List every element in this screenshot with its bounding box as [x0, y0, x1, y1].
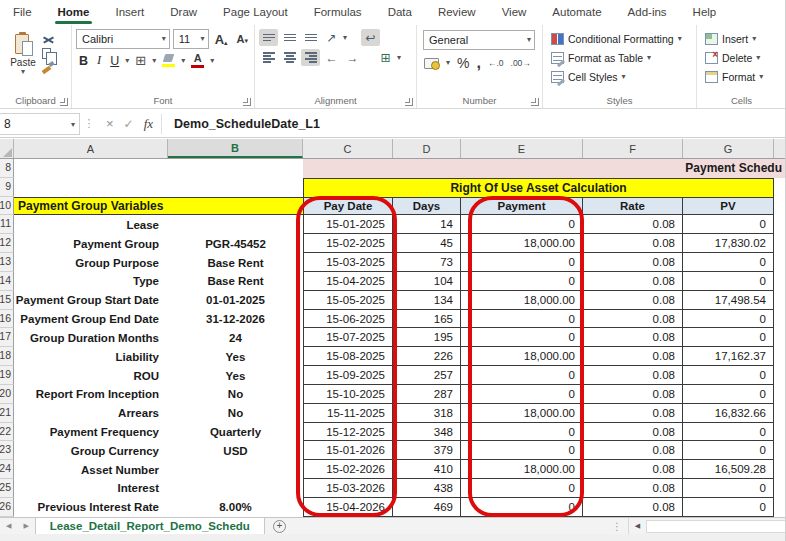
accounting-dropdown-icon[interactable]: ▾ — [446, 59, 450, 67]
ribbon-tab-page-layout[interactable]: Page Layout — [210, 1, 301, 24]
table-cell[interactable]: 0 — [683, 310, 774, 329]
row-header-9[interactable]: 9 — [0, 178, 14, 197]
variable-value[interactable]: Base Rent — [168, 253, 303, 272]
section-title-cell[interactable]: Right Of Use Asset Calculation — [303, 178, 774, 197]
align-center-button[interactable] — [280, 49, 299, 66]
table-cell[interactable]: 0.08 — [583, 347, 683, 366]
table-cell[interactable]: 14 — [393, 215, 461, 234]
variable-value[interactable]: 31-12-2026 — [168, 310, 303, 329]
table-cell[interactable]: 165 — [393, 310, 461, 329]
table-cell[interactable]: 0.08 — [583, 460, 683, 479]
table-cell[interactable]: 379 — [393, 441, 461, 460]
ribbon-tab-data[interactable]: Data — [375, 1, 425, 24]
row-header-8[interactable]: 8 — [0, 159, 14, 178]
scroll-left-icon[interactable]: ◀ — [628, 518, 646, 534]
variable-label[interactable]: Type — [14, 272, 168, 291]
column-header-D[interactable]: D — [393, 139, 461, 158]
align-right-button[interactable] — [301, 49, 320, 66]
variable-label[interactable]: Group Purpose — [14, 253, 168, 272]
row-header-16[interactable]: 16 — [0, 310, 14, 329]
ribbon-tab-home[interactable]: Home — [45, 1, 103, 24]
merge-dropdown-icon[interactable]: ▾ — [397, 54, 401, 62]
row-header-19[interactable]: 19 — [0, 366, 14, 385]
variable-value[interactable]: 01-01-2025 — [168, 291, 303, 310]
ribbon-tab-view[interactable]: View — [489, 1, 540, 24]
cell-a9[interactable] — [14, 178, 168, 197]
column-header-B[interactable]: B — [168, 139, 303, 158]
variable-value[interactable]: Quarterly — [168, 423, 303, 442]
new-sheet-button[interactable]: + — [273, 520, 286, 533]
variable-value[interactable]: No — [168, 404, 303, 423]
table-header-days[interactable]: Days — [393, 197, 461, 216]
number-format-select[interactable]: General ▾ — [423, 30, 535, 50]
column-header-C[interactable]: C — [303, 139, 393, 158]
insert-function-icon[interactable]: fx — [144, 116, 153, 132]
ribbon-tab-add-ins[interactable]: Add-ins — [615, 1, 680, 24]
select-all-corner[interactable] — [0, 139, 14, 158]
table-cell[interactable]: 0 — [683, 479, 774, 498]
scrollbar-grip-icon[interactable]: ⋮ — [606, 521, 628, 532]
ribbon-tab-help[interactable]: Help — [680, 1, 730, 24]
table-cell[interactable]: 0.08 — [583, 328, 683, 347]
variable-value[interactable] — [168, 215, 303, 234]
variable-label[interactable]: Previous Interest Rate — [14, 498, 168, 517]
fill-color-button[interactable] — [159, 54, 178, 67]
format-cells-button[interactable]: Format ▾ — [705, 67, 783, 86]
grow-font-button[interactable]: A▴ — [212, 32, 231, 47]
paste-button[interactable]: Paste ▾ — [4, 29, 42, 93]
clipboard-dialog-launcher-icon[interactable] — [60, 98, 68, 106]
enter-icon[interactable]: ✓ — [124, 117, 134, 131]
table-cell[interactable]: 0 — [683, 441, 774, 460]
variable-label[interactable]: Asset Number — [14, 460, 168, 479]
copy-icon[interactable] — [42, 48, 51, 59]
table-cell[interactable]: 0.08 — [583, 291, 683, 310]
align-bottom-button[interactable] — [301, 29, 320, 46]
underline-button[interactable]: U — [107, 54, 122, 68]
bold-button[interactable]: B — [76, 54, 91, 68]
font-color-dropdown-icon[interactable]: ▾ — [210, 57, 214, 65]
table-cell[interactable]: 0 — [683, 215, 774, 234]
table-cell[interactable]: 16,832.66 — [683, 404, 774, 423]
row-header-14[interactable]: 14 — [0, 272, 14, 291]
row-header-22[interactable]: 22 — [0, 423, 14, 442]
variables-title-cell[interactable]: Payment Group Variables — [14, 197, 303, 216]
borders-dropdown-icon[interactable]: ▾ — [152, 57, 156, 65]
table-cell[interactable]: 0 — [683, 498, 774, 517]
row-header-23[interactable]: 23 — [0, 441, 14, 460]
table-cell[interactable]: 0.08 — [583, 310, 683, 329]
cell-b8[interactable] — [168, 159, 303, 178]
wrap-text-button[interactable]: ↩ — [361, 29, 380, 46]
table-cell[interactable]: 226 — [393, 347, 461, 366]
table-cell[interactable]: 0.08 — [583, 404, 683, 423]
align-top-button[interactable] — [259, 29, 278, 46]
table-cell[interactable]: 287 — [393, 385, 461, 404]
row-header-24[interactable]: 24 — [0, 460, 14, 479]
underline-dropdown-icon[interactable]: ▾ — [125, 57, 129, 65]
orientation-dropdown-icon[interactable]: ▾ — [343, 34, 347, 42]
column-header-F[interactable]: F — [583, 139, 683, 158]
variable-label[interactable]: Payment Group — [14, 234, 168, 253]
table-cell[interactable]: 0.08 — [583, 253, 683, 272]
variable-label[interactable]: Liability — [14, 347, 168, 366]
cell-b9[interactable] — [168, 178, 303, 197]
row-header-17[interactable]: 17 — [0, 328, 14, 347]
table-cell[interactable]: 104 — [393, 272, 461, 291]
table-header-pv[interactable]: PV — [683, 197, 774, 216]
font-color-button[interactable]: A — [188, 53, 207, 68]
table-cell[interactable]: 17,830.02 — [683, 234, 774, 253]
table-cell[interactable]: 0 — [683, 385, 774, 404]
column-header-E[interactable]: E — [461, 139, 583, 158]
variable-label[interactable]: Payment Group End Date — [14, 310, 168, 329]
row-header-18[interactable]: 18 — [0, 347, 14, 366]
variable-value[interactable]: PGR-45452 — [168, 234, 303, 253]
variable-label[interactable]: ROU — [14, 366, 168, 385]
comma-style-button[interactable]: , — [476, 58, 480, 68]
table-cell[interactable]: 0.08 — [583, 366, 683, 385]
table-cell[interactable]: 0.08 — [583, 423, 683, 442]
variable-value[interactable]: No — [168, 385, 303, 404]
variable-label[interactable]: Payment Group Start Date — [14, 291, 168, 310]
table-cell[interactable]: 195 — [393, 328, 461, 347]
row-header-15[interactable]: 15 — [0, 291, 14, 310]
table-cell[interactable]: 318 — [393, 404, 461, 423]
variable-label[interactable]: Payment Frequency — [14, 423, 168, 442]
